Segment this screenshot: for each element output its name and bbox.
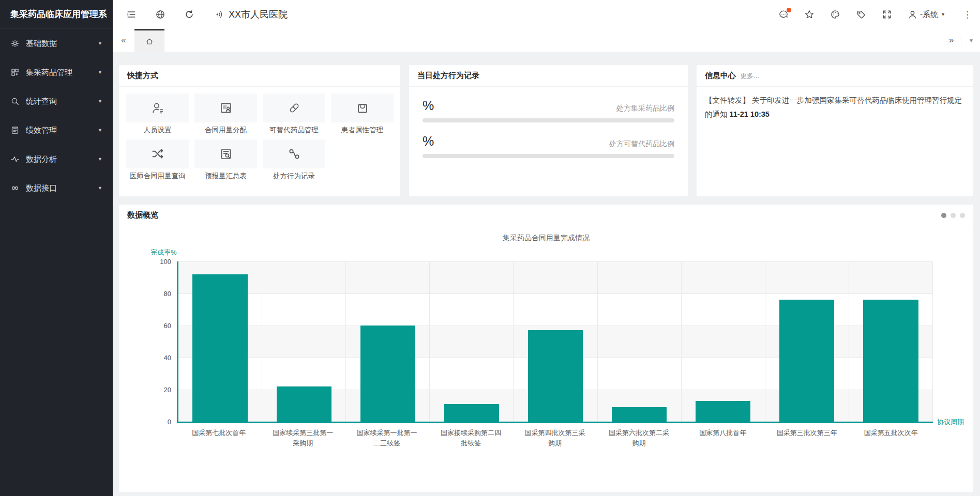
- collapse-menu-icon[interactable]: [126, 9, 137, 20]
- sidebar-item-statistics[interactable]: 统计查询 ▼: [0, 87, 113, 116]
- shortcut-patient-attributes[interactable]: 患者属性管理: [331, 94, 394, 140]
- shortcut-forecast-summary[interactable]: 预报量汇总表: [194, 140, 257, 185]
- chevron-down-icon: ▼: [98, 128, 102, 133]
- sidebar-item-drug-management[interactable]: 集采药品管理 ▼: [0, 58, 113, 87]
- info-message[interactable]: 【文件转发】 关于印发进一步加强国家集采可替代药品临床使用管理暂行规定的通知 1…: [697, 87, 973, 128]
- prescription-label: 处方集采药品比例: [616, 104, 674, 113]
- user-label: -系统: [920, 10, 938, 20]
- tabs-menu-icon[interactable]: ▼: [969, 38, 974, 43]
- user-icon: [908, 10, 917, 20]
- y-axis-tick: 100: [160, 258, 171, 266]
- y-axis-tick: 0: [168, 418, 171, 426]
- bar-国采第六批次第二采购期[interactable]: [612, 407, 667, 422]
- link-icon: [10, 183, 20, 193]
- shortcut-label: 可替代药品管理: [263, 126, 325, 135]
- prescription-label: 处方可替代药品比例: [609, 140, 674, 149]
- chart-category-cell: [849, 261, 933, 422]
- x-axis-label: 国采第七批次首年: [177, 428, 261, 448]
- tabs-scroll-left-icon[interactable]: «: [113, 29, 134, 52]
- prescription-row: % 处方可替代药品比例: [423, 134, 674, 158]
- report-search-icon: [219, 147, 233, 161]
- carousel-dot[interactable]: [951, 213, 956, 218]
- more-vertical-icon[interactable]: ⋮: [963, 9, 972, 20]
- shortcut-contract-allocation[interactable]: 合同用量分配: [194, 94, 257, 140]
- y-axis-name: 完成率%: [150, 248, 177, 257]
- shortcut-label: 患者属性管理: [331, 126, 394, 135]
- carousel-dot[interactable]: [960, 213, 965, 218]
- sidebar-item-base-data[interactable]: 基础数据 ▼: [0, 29, 113, 58]
- x-axis-label: 国采第五批次次年: [849, 428, 933, 448]
- chart-category-cell: [346, 261, 430, 422]
- shortcut-label: 预报量汇总表: [194, 172, 257, 181]
- bar-国家续采第三批第一采购期[interactable]: [277, 386, 331, 422]
- chart-category-cell: [178, 261, 262, 422]
- shortcuts-title: 快捷方式: [119, 65, 400, 87]
- bar-国家续采第一批第一二三续签[interactable]: [360, 326, 415, 422]
- bar-国采第五批次次年[interactable]: [863, 300, 918, 422]
- shortcut-physician-contract-query[interactable]: 医师合同用量查询: [126, 140, 189, 185]
- chevron-down-icon: ▼: [98, 70, 102, 75]
- data-overview-card: 数据概览 集采药品合同用量完成情况 完成率% 协议周期 020406080100…: [119, 205, 973, 492]
- chevron-down-icon: ▼: [98, 41, 102, 46]
- carousel-dot[interactable]: [941, 213, 946, 218]
- info-center-more-link[interactable]: 更多...: [740, 71, 759, 81]
- fullscreen-icon[interactable]: [882, 9, 892, 20]
- pulse-icon: [10, 154, 20, 164]
- progress-bar: [423, 118, 674, 122]
- carousel-dots: [941, 213, 965, 218]
- shortcut-personnel-settings[interactable]: 人员设置: [126, 94, 189, 140]
- sidebar-item-data-analysis[interactable]: 数据分析 ▼: [0, 145, 113, 174]
- bar-国采第七批次首年[interactable]: [192, 274, 247, 422]
- shortcut-label: 处方行为记录: [263, 172, 325, 181]
- prescription-row: % 处方集采药品比例: [423, 98, 674, 122]
- globe-icon[interactable]: [155, 9, 165, 20]
- sidebar-item-label: 数据分析: [26, 154, 57, 164]
- x-axis-label: 国采第三批次第三年: [765, 428, 849, 448]
- x-axis-label: 国家接续采购第二四批续签: [429, 428, 512, 448]
- modules-icon: [10, 68, 20, 77]
- user-settings-icon: [151, 101, 164, 115]
- shortcut-prescription-behavior[interactable]: 处方行为记录: [263, 140, 325, 185]
- hospital-name: XX市人民医院: [229, 8, 288, 21]
- gear-icon: [10, 39, 20, 48]
- tab-home[interactable]: [134, 29, 164, 52]
- x-axis-label: 国采第六批次第二采购期: [597, 428, 681, 448]
- star-icon[interactable]: [804, 9, 815, 20]
- info-center-card: 信息中心 更多... 【文件转发】 关于印发进一步加强国家集采可替代药品临床使用…: [697, 65, 973, 196]
- sidebar-item-data-interface[interactable]: 数据接口 ▼: [0, 174, 113, 203]
- progress-bar: [423, 154, 674, 158]
- bar-国采第三批次第三年[interactable]: [779, 300, 834, 422]
- y-axis-tick: 80: [164, 290, 171, 298]
- overview-title: 数据概览: [127, 210, 158, 220]
- user-menu[interactable]: -系统 ▼: [908, 10, 945, 20]
- app-title: 集采药品临床应用管理系: [0, 0, 113, 29]
- palette-icon[interactable]: [830, 9, 840, 20]
- tabs-scroll-right-icon[interactable]: »: [949, 35, 954, 45]
- tag-icon[interactable]: [856, 9, 866, 20]
- shortcut-substitutable-drugs[interactable]: 可替代药品管理: [263, 94, 325, 140]
- main-area: XX市人民医院: [113, 0, 980, 496]
- sidebar: 集采药品临床应用管理系 基础数据 ▼ 集采药品管理 ▼ 统计查询 ▼: [0, 0, 113, 496]
- shortcut-label: 合同用量分配: [194, 126, 257, 135]
- hospital-title-group: XX市人民医院: [215, 8, 288, 21]
- divider: [961, 35, 961, 46]
- shortcut-label: 人员设置: [126, 126, 189, 135]
- capsule-icon: [288, 101, 301, 115]
- x-axis-labels: 国采第七批次首年国家续采第三批第一采购期国家续采第一批第一二三续签国家接续采购第…: [177, 428, 933, 448]
- refresh-icon[interactable]: [184, 9, 194, 20]
- sidebar-item-label: 数据接口: [26, 183, 57, 193]
- bar-国家接续采购第二四批续签[interactable]: [444, 404, 499, 422]
- message-icon[interactable]: [778, 9, 789, 20]
- bag-icon: [356, 101, 369, 115]
- bar-国家第八批首年[interactable]: [696, 401, 750, 422]
- chart-category-cell: [430, 261, 514, 422]
- sidebar-item-performance[interactable]: 绩效管理 ▼: [0, 116, 113, 145]
- bar-国采第四批次第三采购期[interactable]: [528, 330, 583, 422]
- chart-category-cell: [765, 261, 849, 422]
- bar-chart: 完成率% 协议周期 020406080100: [177, 261, 933, 423]
- chart-category-cell: [598, 261, 682, 422]
- x-axis-label: 国家第八批首年: [681, 428, 765, 448]
- x-axis-label: 国采第四批次第三采购期: [513, 428, 597, 448]
- chart-category-cell: [682, 261, 765, 422]
- broadcast-icon: [215, 10, 224, 19]
